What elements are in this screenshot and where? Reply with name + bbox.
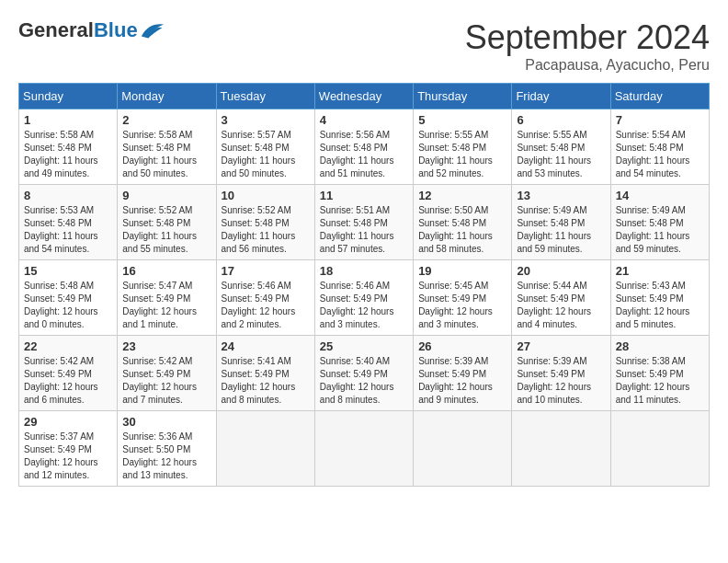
calendar-day: 5Sunrise: 5:55 AM Sunset: 5:48 PM Daylig…: [414, 109, 512, 185]
page-header: GeneralBlue September 2024 Pacapausa, Ay…: [18, 18, 710, 74]
calendar-day: 10Sunrise: 5:52 AM Sunset: 5:48 PM Dayli…: [216, 185, 314, 260]
day-info: Sunrise: 5:39 AM Sunset: 5:49 PM Dayligh…: [418, 355, 506, 407]
calendar-header-thursday: Thursday: [414, 84, 512, 109]
day-number: 12: [418, 189, 506, 202]
day-number: 14: [616, 189, 704, 202]
month-year-title: September 2024: [465, 18, 710, 57]
calendar-day: 16Sunrise: 5:47 AM Sunset: 5:49 PM Dayli…: [118, 260, 216, 336]
calendar-table: SundayMondayTuesdayWednesdayThursdayFrid…: [18, 83, 710, 487]
day-number: 27: [517, 339, 605, 353]
day-info: Sunrise: 5:41 AM Sunset: 5:49 PM Dayligh…: [222, 355, 310, 407]
day-info: Sunrise: 5:37 AM Sunset: 5:49 PM Dayligh…: [24, 431, 112, 482]
logo: GeneralBlue: [18, 18, 165, 42]
calendar-week-row: 8Sunrise: 5:53 AM Sunset: 5:48 PM Daylig…: [19, 185, 710, 260]
day-number: 25: [320, 339, 408, 353]
day-number: 9: [122, 189, 210, 202]
day-number: 22: [24, 339, 112, 353]
day-info: Sunrise: 5:58 AM Sunset: 5:48 PM Dayligh…: [122, 129, 210, 180]
calendar-day: 26Sunrise: 5:39 AM Sunset: 5:49 PM Dayli…: [414, 336, 512, 411]
day-number: 8: [24, 189, 112, 202]
calendar-day: [414, 411, 512, 487]
day-info: Sunrise: 5:46 AM Sunset: 5:49 PM Dayligh…: [320, 280, 408, 331]
calendar-day: 13Sunrise: 5:49 AM Sunset: 5:48 PM Dayli…: [512, 185, 610, 260]
calendar-day: 25Sunrise: 5:40 AM Sunset: 5:49 PM Dayli…: [314, 336, 413, 411]
day-info: Sunrise: 5:47 AM Sunset: 5:49 PM Dayligh…: [122, 280, 210, 331]
logo-general: General: [18, 18, 94, 42]
day-info: Sunrise: 5:50 AM Sunset: 5:48 PM Dayligh…: [418, 204, 506, 256]
day-number: 16: [122, 264, 210, 278]
calendar-day: 1Sunrise: 5:58 AM Sunset: 5:48 PM Daylig…: [19, 109, 118, 185]
day-info: Sunrise: 5:52 AM Sunset: 5:48 PM Dayligh…: [222, 204, 310, 256]
day-info: Sunrise: 5:39 AM Sunset: 5:49 PM Dayligh…: [517, 355, 605, 407]
day-number: 21: [616, 264, 704, 278]
day-number: 6: [517, 113, 605, 127]
day-number: 30: [122, 415, 210, 429]
day-info: Sunrise: 5:42 AM Sunset: 5:49 PM Dayligh…: [122, 355, 210, 407]
day-number: 15: [24, 264, 112, 278]
day-number: 28: [616, 339, 704, 353]
calendar-week-row: 29Sunrise: 5:37 AM Sunset: 5:49 PM Dayli…: [19, 411, 710, 487]
calendar-day: 8Sunrise: 5:53 AM Sunset: 5:48 PM Daylig…: [19, 185, 118, 260]
calendar-header-monday: Monday: [118, 84, 216, 109]
calendar-day: [610, 411, 709, 487]
day-info: Sunrise: 5:45 AM Sunset: 5:49 PM Dayligh…: [418, 280, 506, 331]
day-number: 17: [222, 264, 310, 278]
day-info: Sunrise: 5:53 AM Sunset: 5:48 PM Dayligh…: [24, 204, 112, 256]
calendar-day: 28Sunrise: 5:38 AM Sunset: 5:49 PM Dayli…: [610, 336, 709, 411]
calendar-header-saturday: Saturday: [610, 84, 709, 109]
day-number: 5: [418, 113, 506, 127]
calendar-day: 6Sunrise: 5:55 AM Sunset: 5:48 PM Daylig…: [512, 109, 610, 185]
day-info: Sunrise: 5:38 AM Sunset: 5:49 PM Dayligh…: [616, 355, 704, 407]
calendar-day: 4Sunrise: 5:56 AM Sunset: 5:48 PM Daylig…: [314, 109, 413, 185]
day-number: 23: [122, 339, 210, 353]
day-info: Sunrise: 5:58 AM Sunset: 5:48 PM Dayligh…: [24, 129, 112, 180]
day-number: 3: [222, 113, 310, 127]
calendar-day: 18Sunrise: 5:46 AM Sunset: 5:49 PM Dayli…: [314, 260, 413, 336]
day-number: 1: [24, 113, 112, 127]
calendar-week-row: 15Sunrise: 5:48 AM Sunset: 5:49 PM Dayli…: [19, 260, 710, 336]
logo-blue: Blue: [94, 18, 138, 42]
day-number: 24: [222, 339, 310, 353]
calendar-day: 22Sunrise: 5:42 AM Sunset: 5:49 PM Dayli…: [19, 336, 118, 411]
calendar-day: 7Sunrise: 5:54 AM Sunset: 5:48 PM Daylig…: [610, 109, 709, 185]
calendar-header-row: SundayMondayTuesdayWednesdayThursdayFrid…: [19, 84, 710, 109]
day-info: Sunrise: 5:55 AM Sunset: 5:48 PM Dayligh…: [418, 129, 506, 180]
day-info: Sunrise: 5:36 AM Sunset: 5:50 PM Dayligh…: [122, 431, 210, 482]
day-info: Sunrise: 5:44 AM Sunset: 5:49 PM Dayligh…: [517, 280, 605, 331]
calendar-day: 29Sunrise: 5:37 AM Sunset: 5:49 PM Dayli…: [19, 411, 118, 487]
calendar-day: 30Sunrise: 5:36 AM Sunset: 5:50 PM Dayli…: [118, 411, 216, 487]
calendar-day: 21Sunrise: 5:43 AM Sunset: 5:49 PM Dayli…: [610, 260, 709, 336]
day-number: 20: [517, 264, 605, 278]
calendar-day: 20Sunrise: 5:44 AM Sunset: 5:49 PM Dayli…: [512, 260, 610, 336]
location-subtitle: Pacapausa, Ayacucho, Peru: [465, 57, 710, 74]
calendar-day: 3Sunrise: 5:57 AM Sunset: 5:48 PM Daylig…: [216, 109, 314, 185]
day-info: Sunrise: 5:43 AM Sunset: 5:49 PM Dayligh…: [616, 280, 704, 331]
calendar-day: 27Sunrise: 5:39 AM Sunset: 5:49 PM Dayli…: [512, 336, 610, 411]
day-number: 2: [122, 113, 210, 127]
day-info: Sunrise: 5:57 AM Sunset: 5:48 PM Dayligh…: [222, 129, 310, 180]
day-number: 29: [24, 415, 112, 429]
day-info: Sunrise: 5:52 AM Sunset: 5:48 PM Dayligh…: [122, 204, 210, 256]
calendar-day: 15Sunrise: 5:48 AM Sunset: 5:49 PM Dayli…: [19, 260, 118, 336]
day-number: 11: [320, 189, 408, 202]
calendar-day: [314, 411, 413, 487]
calendar-header-friday: Friday: [512, 84, 610, 109]
calendar-day: 14Sunrise: 5:49 AM Sunset: 5:48 PM Dayli…: [610, 185, 709, 260]
day-number: 10: [222, 189, 310, 202]
calendar-day: 24Sunrise: 5:41 AM Sunset: 5:49 PM Dayli…: [216, 336, 314, 411]
calendar-header-tuesday: Tuesday: [216, 84, 314, 109]
day-number: 4: [320, 113, 408, 127]
calendar-day: 12Sunrise: 5:50 AM Sunset: 5:48 PM Dayli…: [414, 185, 512, 260]
day-info: Sunrise: 5:46 AM Sunset: 5:49 PM Dayligh…: [222, 280, 310, 331]
day-info: Sunrise: 5:40 AM Sunset: 5:49 PM Dayligh…: [320, 355, 408, 407]
day-info: Sunrise: 5:49 AM Sunset: 5:48 PM Dayligh…: [517, 204, 605, 256]
day-info: Sunrise: 5:54 AM Sunset: 5:48 PM Dayligh…: [616, 129, 704, 180]
calendar-day: [216, 411, 314, 487]
calendar-week-row: 1Sunrise: 5:58 AM Sunset: 5:48 PM Daylig…: [19, 109, 710, 185]
day-number: 19: [418, 264, 506, 278]
calendar-day: 17Sunrise: 5:46 AM Sunset: 5:49 PM Dayli…: [216, 260, 314, 336]
calendar-header-wednesday: Wednesday: [314, 84, 413, 109]
calendar-day: 2Sunrise: 5:58 AM Sunset: 5:48 PM Daylig…: [118, 109, 216, 185]
day-info: Sunrise: 5:48 AM Sunset: 5:49 PM Dayligh…: [24, 280, 112, 331]
calendar-day: 23Sunrise: 5:42 AM Sunset: 5:49 PM Dayli…: [118, 336, 216, 411]
